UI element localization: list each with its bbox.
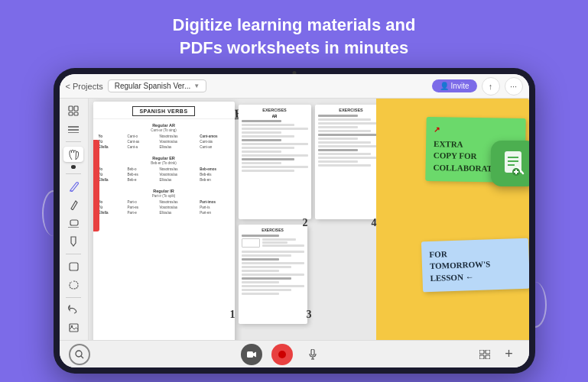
share-button[interactable]: ↑	[482, 77, 500, 96]
left-toolbar	[60, 99, 89, 340]
page-number-2: 2	[303, 217, 308, 229]
ir-table: YoPart-oNosotros/asPart-imos TúPart-esVo…	[97, 199, 231, 215]
svg-rect-8	[70, 220, 78, 225]
doc-title-dropdown[interactable]: Regular Spanish Ver... ▼	[108, 79, 206, 92]
add-page-button[interactable]: +	[499, 344, 520, 365]
more-button[interactable]: ···	[505, 77, 523, 96]
tool-image-icon[interactable]	[63, 320, 83, 335]
er-example: Beb-er (To drink)	[97, 161, 231, 165]
mic-button[interactable]	[302, 344, 323, 365]
exercise-lines	[242, 120, 308, 172]
svg-rect-10	[70, 263, 78, 270]
canvas-area[interactable]: THEORY SPANISH VERBS Regular AR Cant-ar …	[89, 99, 529, 340]
exercises-page-1[interactable]: EXERCISES AR	[239, 105, 311, 219]
tool-undo-icon[interactable]	[63, 302, 83, 317]
back-label: < Projects	[66, 82, 103, 91]
tool-hand-icon[interactable]	[63, 147, 83, 162]
page-number-3: 3	[307, 309, 312, 321]
topbar-actions: 👤 Invite ↑ ···	[432, 77, 523, 96]
toolbar-divider-2	[66, 173, 81, 174]
er-type: Regular ER	[97, 156, 231, 160]
svg-rect-30	[486, 355, 490, 359]
ir-example: Part-ir (To split)	[97, 194, 231, 198]
tool-menu-icon[interactable]	[63, 121, 83, 137]
yellow-board: ↗ EXTRA COPY FOR COLLABORATION FOR TOMOR…	[376, 99, 529, 340]
sticky-blue-text: FOR TOMORROW'S LESSON ←	[429, 246, 522, 284]
tablet-device: < Projects Regular Spanish Ver... ▼ 👤 In…	[54, 68, 535, 374]
page-number-1: 1	[230, 309, 236, 321]
video-record-button[interactable]	[241, 344, 262, 365]
spanish-verbs-document[interactable]: SPANISH VERBS Regular AR Cant-ar (To sin…	[93, 102, 235, 340]
sticky-note-blue: FOR TOMORROW'S LESSON ←	[421, 238, 528, 293]
pages-layout-button[interactable]	[474, 344, 495, 365]
tablet-screen: < Projects Regular Spanish Ver... ▼ 👤 In…	[60, 74, 529, 367]
svg-point-20	[76, 351, 82, 357]
svg-rect-2	[69, 112, 73, 115]
svg-rect-27	[479, 350, 484, 354]
exercises-header-2: EXERCISES	[318, 108, 385, 112]
bottom-right-actions: +	[474, 344, 520, 365]
hero-title: Digitize learning materials and PDFs wor…	[173, 14, 416, 59]
pen-dot-indicator	[71, 165, 76, 169]
toolbar-divider-3	[66, 254, 81, 254]
er-section: Regular ER Beb-er (To drink) YoBeb-oNoso…	[93, 152, 235, 185]
invite-button[interactable]: 👤 Invite	[432, 79, 477, 92]
svg-rect-24	[311, 349, 314, 355]
user-icon: 👤	[440, 82, 449, 90]
hero-title-line1: Digitize learning materials and	[173, 15, 416, 34]
bottom-toolbar: +	[60, 340, 529, 367]
ar-subheader: AR	[242, 115, 308, 118]
back-button[interactable]: < Projects	[66, 82, 103, 91]
record-button[interactable]	[271, 344, 293, 365]
svg-rect-3	[74, 112, 78, 115]
toolbar-divider-4	[66, 297, 81, 298]
tablet-frame: < Projects Regular Spanish Ver... ▼ 👤 In…	[54, 68, 535, 374]
tool-eraser-icon[interactable]	[63, 215, 83, 231]
ar-example: Cant-ar (To sing)	[97, 128, 231, 132]
tool-fill-icon[interactable]	[63, 234, 83, 249]
exercises-page-3[interactable]: EXERCISES	[239, 225, 307, 324]
invite-label: Invite	[451, 82, 469, 90]
hero-title-line2: PDFs worksheets in minutes	[180, 38, 409, 57]
dropdown-arrow-icon: ▼	[193, 83, 200, 89]
tool-lasso-icon[interactable]	[63, 277, 83, 293]
doc-header: SPANISH VERBS	[93, 102, 235, 119]
svg-rect-22	[247, 351, 253, 358]
ir-section: Regular IR Part-ir (To split) YoPart-oNo…	[93, 185, 235, 218]
doc-title-text: Regular Spanish Ver...	[115, 82, 191, 90]
tool-pages-icon[interactable]	[63, 103, 83, 118]
floating-doc-button[interactable]	[491, 141, 529, 186]
doc-red-tab	[93, 140, 99, 231]
tablet-topbar: < Projects Regular Spanish Ver... ▼ 👤 In…	[60, 74, 529, 99]
tool-shape-icon[interactable]	[63, 259, 83, 274]
svg-rect-0	[69, 106, 73, 111]
ir-type: Regular IR	[97, 189, 231, 193]
svg-point-23	[278, 351, 286, 358]
er-table: YoBeb-oNosotros/asBeb-emos TúBeb-esVosot…	[97, 167, 231, 183]
exercise-lines-3	[242, 235, 304, 295]
more-icon: ···	[510, 82, 517, 91]
svg-line-21	[81, 356, 83, 358]
svg-rect-28	[486, 350, 490, 354]
doc-title: SPANISH VERBS	[132, 106, 194, 116]
svg-rect-29	[479, 355, 484, 359]
bottom-left-actions	[69, 344, 90, 365]
exercise-lines-2	[318, 115, 385, 167]
ar-type: Regular AR	[97, 123, 231, 128]
ar-table: YoCant-oNosotros/asCant-amos TúCant-asVo…	[97, 134, 231, 150]
ar-section: Regular AR Cant-ar (To sing) YoCant-oNos…	[93, 119, 235, 152]
bottom-center-actions	[241, 344, 323, 365]
svg-rect-1	[74, 106, 78, 111]
exercises-title-3: EXERCISES	[242, 228, 304, 232]
tablet-main-area: THEORY SPANISH VERBS Regular AR Cant-ar …	[60, 99, 529, 340]
tool-pencil-icon[interactable]	[63, 197, 83, 212]
tool-pen-icon[interactable]	[63, 179, 83, 194]
share-icon: ↑	[489, 82, 493, 91]
exercises-header: EXERCISES	[242, 108, 308, 112]
zoom-button[interactable]	[69, 344, 90, 365]
page-number-4: 4	[372, 217, 377, 229]
toolbar-divider	[66, 141, 81, 142]
